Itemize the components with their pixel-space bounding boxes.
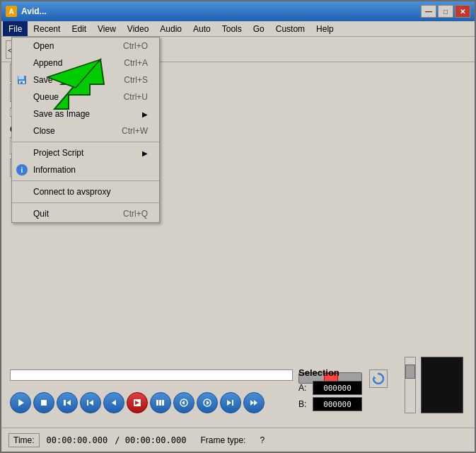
menu-bar: File Recent Edit View Video Audio Auto T…	[1, 21, 475, 37]
mark-out-button[interactable]	[150, 392, 171, 413]
floppy-icon	[16, 74, 28, 86]
total-time: / 00:00:00.000	[115, 435, 186, 445]
frame-type-label: Frame type:	[200, 435, 245, 445]
svg-marker-23	[227, 400, 231, 406]
menu-tools[interactable]: Tools	[216, 21, 248, 36]
window-title: Avid...	[21, 6, 47, 16]
svg-marker-11	[89, 400, 93, 406]
menu-auto[interactable]: Auto	[187, 21, 216, 36]
menu-edit[interactable]: Edit	[66, 21, 92, 36]
selection-a-label: A:	[298, 383, 308, 393]
back-frame-button[interactable]	[80, 392, 101, 413]
svg-marker-13	[112, 400, 116, 406]
selection-a-input[interactable]	[313, 381, 362, 395]
current-time: 00:00:00.000	[47, 435, 108, 445]
loop-button[interactable]	[369, 369, 388, 388]
svg-marker-26	[254, 400, 257, 406]
vertical-slider[interactable]	[405, 357, 416, 413]
mark-in-button[interactable]	[127, 392, 148, 413]
selection-a-row: A:	[298, 381, 362, 395]
svg-rect-18	[162, 400, 164, 406]
svg-marker-22	[207, 401, 209, 405]
menu-item-open[interactable]: Open Ctrl+O	[12, 38, 159, 55]
svg-rect-10	[64, 400, 66, 406]
menu-item-information[interactable]: i Information	[12, 161, 159, 178]
svg-marker-25	[250, 400, 254, 406]
frame-type-value: ?	[260, 435, 265, 445]
svg-marker-7	[18, 399, 24, 406]
go-end-button[interactable]	[220, 392, 241, 413]
menu-item-project-script[interactable]: Project Script ▶	[12, 144, 159, 161]
title-bar: A Avid... — □ ✕	[1, 1, 475, 21]
svg-rect-24	[232, 400, 233, 406]
selection-b-label: B:	[298, 399, 308, 409]
main-window: A Avid... — □ ✕ File Recent Edit View Vi…	[0, 0, 476, 453]
minimize-button[interactable]: —	[421, 5, 436, 18]
svg-rect-1	[18, 76, 24, 79]
svg-marker-6	[373, 376, 376, 379]
status-bar: Time: 00:00:00.000 / 00:00:00.000 Frame …	[1, 428, 475, 452]
title-bar-left: A Avid...	[6, 6, 47, 17]
svg-marker-20	[182, 401, 185, 405]
svg-marker-9	[66, 400, 71, 406]
menu-item-quit[interactable]: Quit Ctrl+Q	[12, 205, 159, 222]
svg-rect-12	[87, 400, 88, 406]
menu-audio[interactable]: Audio	[154, 21, 187, 36]
stop-button[interactable]	[33, 392, 54, 413]
selection-b-input[interactable]	[313, 397, 362, 411]
svg-rect-17	[159, 400, 161, 406]
menu-item-close[interactable]: Close Ctrl+W	[12, 122, 159, 139]
menu-file[interactable]: File	[3, 21, 28, 36]
svg-rect-3	[21, 81, 23, 84]
separator-1	[12, 142, 159, 142]
selection-label: Selection	[298, 367, 362, 378]
separator-3	[12, 202, 159, 203]
svg-rect-8	[41, 400, 47, 406]
transport-controls	[10, 392, 265, 413]
go-prev-button[interactable]	[173, 392, 195, 413]
info-icon: i	[16, 164, 28, 176]
file-dropdown-menu: Open Ctrl+O Append Ctrl+A Save Ctrl+S Qu…	[11, 37, 160, 223]
maximize-button[interactable]: □	[438, 5, 453, 18]
menu-item-save[interactable]: Save Ctrl+S	[12, 71, 159, 88]
app-icon: A	[6, 6, 17, 17]
menu-go[interactable]: Go	[248, 21, 270, 36]
menu-item-append[interactable]: Append Ctrl+A	[12, 55, 159, 71]
svg-rect-16	[156, 400, 158, 406]
submenu-arrow-project: ▶	[142, 149, 148, 157]
close-button[interactable]: ✕	[455, 5, 470, 18]
menu-help[interactable]: Help	[310, 21, 339, 36]
menu-view[interactable]: View	[92, 21, 122, 36]
rewind-button[interactable]	[57, 392, 78, 413]
preview-box	[421, 357, 463, 413]
menu-recent[interactable]: Recent	[28, 21, 66, 36]
menu-item-queue[interactable]: Queue Ctrl+U	[12, 88, 159, 105]
selection-area: Selection A: B:	[298, 367, 362, 413]
play-button[interactable]	[10, 392, 31, 413]
prev-frame-button[interactable]	[103, 392, 124, 413]
go-next-button[interactable]	[197, 392, 218, 413]
submenu-arrow: ▶	[142, 110, 148, 118]
scrubber-bar[interactable]	[10, 369, 293, 381]
vert-slider-thumb[interactable]	[405, 365, 415, 379]
menu-item-connect[interactable]: Connect to avsproxy	[12, 183, 159, 200]
time-label: Time:	[8, 433, 40, 447]
menu-custom[interactable]: Custom	[270, 21, 310, 36]
menu-video[interactable]: Video	[122, 21, 154, 36]
selection-b-row: B:	[298, 397, 362, 411]
menu-item-save-as-image[interactable]: Save as Image ▶	[12, 105, 159, 122]
title-bar-buttons: — □ ✕	[421, 5, 470, 18]
fast-fwd-button[interactable]	[243, 392, 265, 413]
separator-2	[12, 180, 159, 181]
